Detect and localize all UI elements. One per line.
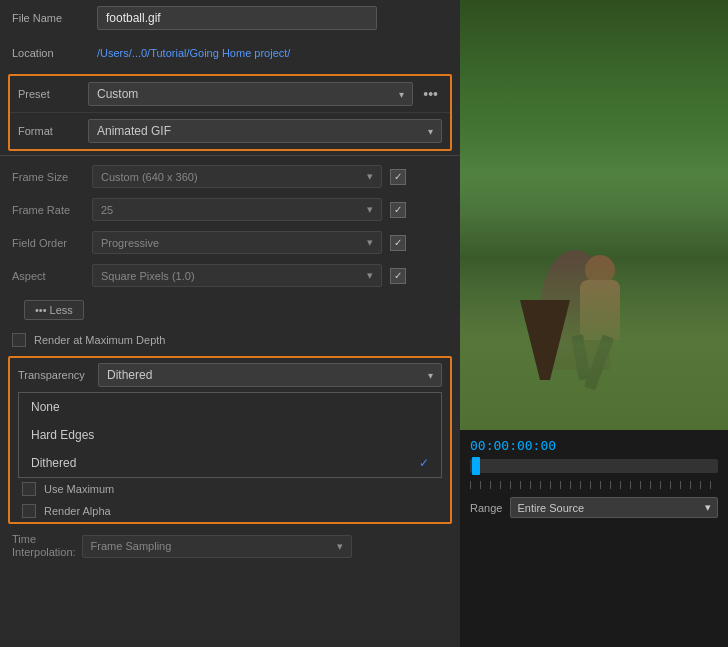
fieldorder-row: Field Order Progressive ▾ [0,226,460,259]
location-value: /Users/...0/Tutorial/Going Home project/ [97,46,448,60]
location-link[interactable]: /Users/...0/Tutorial/Going Home project/ [97,47,290,59]
less-btn-container: ••• Less [0,292,460,328]
aspect-row: Aspect Square Pixels (1.0) ▾ [0,259,460,292]
transparency-dropdown[interactable]: Dithered ▾ [98,363,442,387]
timeline-thumb[interactable] [472,457,480,475]
format-dropdown[interactable]: Animated GIF ▾ [88,119,442,143]
preset-dropdown[interactable]: Custom ▾ [88,82,413,106]
aspect-checkbox[interactable] [390,268,406,284]
dithered-check-icon: ✓ [419,456,429,470]
preview-controls: 00:00:00:00 Range Entire Source ▾ [460,430,728,526]
framesize-value: Custom (640 x 360) [101,171,198,183]
framerate-checkbox[interactable] [390,202,406,218]
preview-image [460,0,728,430]
format-value: Animated GIF [97,124,171,138]
divider1 [0,155,460,156]
time-interpolation-label: TimeInterpolation: [12,533,76,559]
framerate-label: Frame Rate [12,204,92,216]
fieldorder-label: Field Order [12,237,92,249]
transparency-label: Transparency [18,369,98,381]
filename-label: File Name [12,12,97,24]
timeline-ruler [470,481,718,489]
timeline-bar[interactable] [470,459,718,473]
time-interpolation-row: TimeInterpolation: Frame Sampling ▾ [0,528,460,564]
transparency-header: Transparency Dithered ▾ [10,358,450,392]
render-alpha-label: Render Alpha [44,505,111,517]
dropdown-item-hard-edges[interactable]: Hard Edges [19,421,441,449]
range-arrow-icon: ▾ [705,501,711,514]
dropdown-item-dithered-label: Dithered [31,456,76,470]
range-value: Entire Source [517,502,584,514]
location-row: Location /Users/...0/Tutorial/Going Home… [0,36,460,70]
framesize-row: Frame Size Custom (640 x 360) ▾ [0,160,460,193]
grass-bg [460,258,728,430]
fieldorder-dropdown[interactable]: Progressive ▾ [92,231,382,254]
dropdown-item-dithered[interactable]: Dithered ✓ [19,449,441,477]
location-label: Location [12,47,97,59]
framesize-checkbox[interactable] [390,169,406,185]
aspect-value: Square Pixels (1.0) [101,270,195,282]
render-depth-checkbox[interactable] [12,333,26,347]
fieldorder-value: Progressive [101,237,159,249]
aspect-label: Aspect [12,270,92,282]
format-label: Format [18,125,88,137]
transparency-section: Transparency Dithered ▾ None Hard Edges … [8,356,452,524]
render-alpha-row: Render Alpha [10,500,450,522]
transparency-value: Dithered [107,368,152,382]
aspect-arrow-icon: ▾ [367,269,373,282]
use-maximum-row: Use Maximum [10,478,450,500]
render-alpha-checkbox[interactable] [22,504,36,518]
preset-value: Custom [97,87,138,101]
tree-bg [460,0,728,215]
range-select[interactable]: Entire Source ▾ [510,497,718,518]
aspect-dropdown[interactable]: Square Pixels (1.0) ▾ [92,264,382,287]
fieldorder-arrow-icon: ▾ [367,236,373,249]
timecode-display: 00:00:00:00 [470,438,718,453]
preset-row: Preset Custom ▾ ••• [10,76,450,113]
framesize-arrow-icon: ▾ [367,170,373,183]
more-options-button[interactable]: ••• [419,84,442,104]
time-interpolation-dropdown[interactable]: Frame Sampling ▾ [82,535,352,558]
dropdown-item-hard-edges-label: Hard Edges [31,428,94,442]
filename-row: File Name [0,0,460,36]
range-label: Range [470,502,502,514]
format-arrow-icon: ▾ [428,126,433,137]
render-depth-row: Render at Maximum Depth [0,328,460,352]
framesize-dropdown[interactable]: Custom (640 x 360) ▾ [92,165,382,188]
time-interp-arrow-icon: ▾ [337,540,343,553]
transparency-dropdown-menu: None Hard Edges Dithered ✓ [18,392,442,478]
framerate-dropdown[interactable]: 25 ▾ [92,198,382,221]
filename-input[interactable] [97,6,377,30]
preset-label: Preset [18,88,88,100]
filename-value [97,6,448,30]
format-row: Format Animated GIF ▾ [10,113,450,149]
dropdown-item-none-label: None [31,400,60,414]
time-interpolation-value: Frame Sampling [91,540,172,552]
use-maximum-checkbox[interactable] [22,482,36,496]
range-row: Range Entire Source ▾ [470,497,718,518]
transparency-arrow-icon: ▾ [428,370,433,381]
less-button[interactable]: ••• Less [24,300,84,320]
framerate-value: 25 [101,204,113,216]
preset-format-section: Preset Custom ▾ ••• Format Animated GIF … [8,74,452,151]
framerate-arrow-icon: ▾ [367,203,373,216]
render-depth-label: Render at Maximum Depth [34,334,165,346]
left-panel: File Name Location /Users/...0/Tutorial/… [0,0,460,647]
framerate-row: Frame Rate 25 ▾ [0,193,460,226]
preset-arrow-icon: ▾ [399,89,404,100]
framesize-label: Frame Size [12,171,92,183]
fieldorder-checkbox[interactable] [390,235,406,251]
use-maximum-label: Use Maximum [44,483,114,495]
dropdown-item-none[interactable]: None [19,393,441,421]
right-panel: 00:00:00:00 Range Entire Source ▾ [460,0,728,647]
